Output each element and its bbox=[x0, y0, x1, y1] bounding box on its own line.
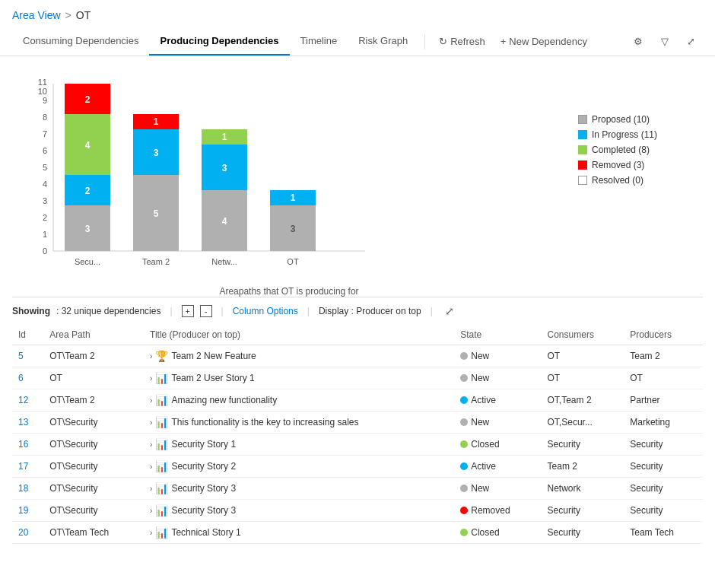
tab-producing-dependencies[interactable]: Producing Dependencies bbox=[149, 27, 289, 56]
fullscreen-button[interactable]: ⤢ bbox=[679, 30, 703, 53]
settings-button[interactable]: ⚙ bbox=[626, 30, 650, 53]
svg-text:1: 1 bbox=[154, 116, 159, 127]
showing-value: : 32 unique dependencies bbox=[56, 306, 160, 316]
row-chevron[interactable]: › bbox=[150, 396, 152, 405]
svg-text:9: 9 bbox=[43, 96, 47, 105]
cell-area-path: OT\Team 2 bbox=[43, 389, 144, 412]
expand-display-button[interactable]: ⤢ bbox=[445, 305, 454, 317]
svg-text:0: 0 bbox=[43, 246, 47, 256]
row-chevron[interactable]: › bbox=[150, 352, 152, 361]
table-section: Showing : 32 unique dependencies | + - |… bbox=[0, 297, 715, 544]
state-indicator bbox=[460, 507, 468, 514]
display-label: Display : Producer on top bbox=[319, 306, 421, 316]
id-link[interactable]: 16 bbox=[18, 439, 28, 450]
cell-producers: Security bbox=[624, 456, 703, 478]
title-text: This functionality is the key to increas… bbox=[171, 417, 358, 427]
id-link[interactable]: 5 bbox=[18, 351, 24, 361]
svg-text:2: 2 bbox=[85, 94, 91, 105]
id-link[interactable]: 6 bbox=[18, 373, 24, 383]
cell-consumers: Network bbox=[542, 478, 624, 500]
state-text: New bbox=[471, 483, 489, 494]
legend-removed: Removed (3) bbox=[578, 160, 700, 170]
cell-consumers: OT bbox=[542, 367, 624, 389]
cell-id: 12 bbox=[12, 389, 43, 412]
cell-title: › 📊 Security Story 3 bbox=[144, 478, 454, 500]
cell-state: Active bbox=[454, 456, 541, 478]
proposed-swatch bbox=[578, 115, 587, 124]
title-text: Team 2 New Feature bbox=[171, 351, 256, 361]
state-indicator bbox=[460, 485, 468, 492]
row-chevron[interactable]: › bbox=[150, 374, 152, 383]
cell-producers: Security bbox=[624, 500, 703, 522]
table-row: 17 OT\Security › 📊 Security Story 2 Acti… bbox=[12, 456, 703, 478]
cell-consumers: Security bbox=[542, 434, 624, 456]
cell-state: New bbox=[454, 345, 541, 367]
cell-area-path: OT\Security bbox=[43, 456, 144, 478]
inprogress-swatch bbox=[578, 130, 587, 139]
col-id: Id bbox=[12, 325, 43, 345]
row-chevron[interactable]: › bbox=[150, 440, 152, 449]
cell-producers: OT bbox=[624, 367, 703, 389]
cell-state: Removed bbox=[454, 500, 541, 522]
expand-icon: ⤢ bbox=[687, 36, 695, 47]
row-chevron[interactable]: › bbox=[150, 529, 152, 537]
tab-consuming-dependencies[interactable]: Consuming Dependencies bbox=[12, 27, 149, 56]
cell-title: › 📊 Security Story 3 bbox=[144, 500, 454, 522]
cell-id: 18 bbox=[12, 478, 43, 500]
cell-title: › 📊 Technical Story 1 bbox=[144, 522, 454, 544]
id-link[interactable]: 17 bbox=[18, 461, 28, 472]
title-icon: 📊 bbox=[155, 372, 168, 384]
breadcrumb-parent[interactable]: Area View bbox=[12, 9, 61, 21]
title-text: Security Story 3 bbox=[171, 483, 236, 494]
id-link[interactable]: 19 bbox=[18, 505, 28, 516]
id-link[interactable]: 20 bbox=[18, 527, 28, 538]
removed-swatch bbox=[578, 161, 587, 170]
cell-producers: Team 2 bbox=[624, 345, 703, 367]
cell-consumers: Security bbox=[542, 500, 624, 522]
svg-text:1: 1 bbox=[43, 230, 47, 239]
legend-completed: Completed (8) bbox=[578, 145, 700, 155]
new-dependency-button[interactable]: + New Dependency bbox=[493, 30, 595, 53]
tab-right-actions: ⚙ ▽ ⤢ bbox=[626, 30, 703, 53]
id-link[interactable]: 13 bbox=[18, 417, 28, 427]
add-icon: + bbox=[500, 36, 507, 47]
row-chevron[interactable]: › bbox=[150, 418, 152, 427]
cell-id: 19 bbox=[12, 500, 43, 522]
state-indicator bbox=[460, 462, 468, 470]
table-header-row: Id Area Path Title (Producer on top) Sta… bbox=[12, 325, 703, 345]
legend-resolved-label: Resolved (0) bbox=[592, 175, 644, 186]
cell-area-path: OT\Team Tech bbox=[43, 522, 144, 544]
breadcrumb: Area View > OT bbox=[0, 0, 715, 27]
id-link[interactable]: 18 bbox=[18, 483, 28, 494]
col-consumers: Consumers bbox=[542, 325, 624, 345]
cell-title: › 📊 Team 2 User Story 1 bbox=[144, 367, 454, 389]
state-text: New bbox=[471, 373, 489, 383]
tab-risk-graph[interactable]: Risk Graph bbox=[348, 27, 418, 56]
state-text: Active bbox=[471, 395, 496, 405]
cell-area-path: OT\Security bbox=[43, 500, 144, 522]
col-state: State bbox=[454, 325, 541, 345]
title-icon: 📊 bbox=[155, 394, 168, 406]
state-indicator bbox=[460, 440, 468, 448]
column-options-button[interactable]: Column Options bbox=[233, 306, 298, 316]
row-chevron[interactable]: › bbox=[150, 507, 152, 515]
cell-producers: Marketing bbox=[624, 412, 703, 434]
refresh-button[interactable]: ↻ Refresh bbox=[431, 30, 493, 53]
row-chevron[interactable]: › bbox=[150, 485, 152, 493]
svg-text:1: 1 bbox=[222, 132, 227, 142]
id-link[interactable]: 12 bbox=[18, 395, 28, 405]
expand-rows-button[interactable]: + bbox=[182, 305, 194, 317]
table-row: 12 OT\Team 2 › 📊 Amazing new functionali… bbox=[12, 389, 703, 412]
row-chevron[interactable]: › bbox=[150, 462, 152, 471]
svg-text:Team 2: Team 2 bbox=[142, 257, 170, 266]
cell-title: › 📊 Security Story 1 bbox=[144, 434, 454, 456]
title-text: Technical Story 1 bbox=[171, 527, 240, 538]
cell-state: Closed bbox=[454, 522, 541, 544]
filter-button[interactable]: ▽ bbox=[653, 30, 676, 53]
collapse-rows-button[interactable]: - bbox=[200, 305, 212, 317]
chart-legend: Proposed (10) In Progress (11) Completed… bbox=[578, 68, 700, 297]
dependencies-table: Id Area Path Title (Producer on top) Sta… bbox=[12, 325, 703, 544]
svg-text:10: 10 bbox=[38, 87, 47, 96]
tab-timeline[interactable]: Timeline bbox=[290, 27, 348, 56]
cell-area-path: OT\Team 2 bbox=[43, 345, 144, 367]
